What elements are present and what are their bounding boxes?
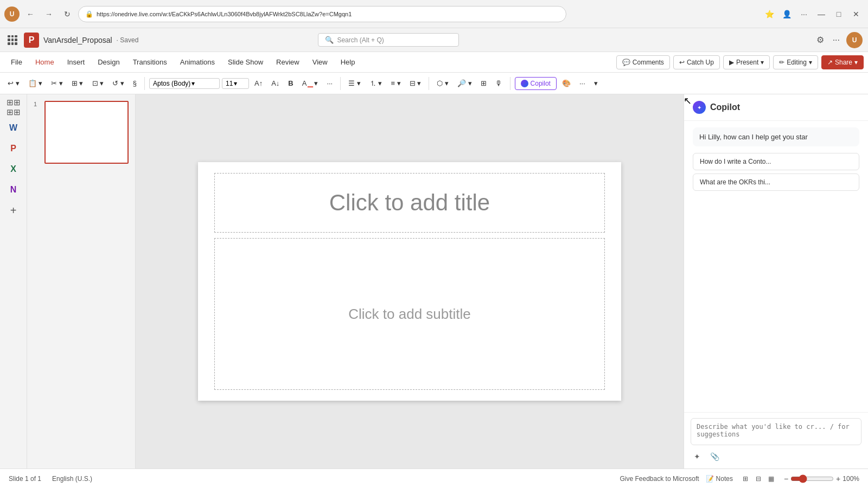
menu-insert[interactable]: Insert <box>61 54 92 70</box>
maximize-button[interactable]: □ <box>831 7 846 22</box>
sidebar-word-icon[interactable]: W <box>5 119 22 137</box>
bullets-button[interactable]: ☰ ▾ <box>345 77 364 89</box>
bold-button[interactable]: B <box>285 77 296 89</box>
section-button[interactable]: § <box>130 77 140 89</box>
menu-view[interactable]: View <box>306 54 334 70</box>
columns-button[interactable]: ⊟ ▾ <box>406 77 425 89</box>
menu-help[interactable]: Help <box>334 54 362 70</box>
menu-animations[interactable]: Animations <box>174 54 221 70</box>
numbering-button[interactable]: ⒈ ▾ <box>366 76 386 91</box>
share-button[interactable]: ↗ Share ▾ <box>821 55 864 69</box>
present-button[interactable]: ▶ Present ▾ <box>723 55 770 69</box>
forward-button[interactable]: → <box>41 7 56 22</box>
zoom-slider[interactable] <box>790 474 834 483</box>
copilot-button[interactable]: Copilot <box>515 77 557 90</box>
lock-icon: 🔒 <box>85 10 93 18</box>
font-size-selector[interactable]: 11 ▾ <box>222 78 249 89</box>
more-options-button[interactable]: ··· <box>831 33 842 47</box>
address-bar[interactable]: 🔒 https://onedrive.live.com/w:t/EaCKkPs6… <box>78 6 566 22</box>
toolbar: ↩ ▾ 📋 ▾ ✂ ▾ ⊞ ▾ ⊡ ▾ ↺ ▾ § Aptos (Body) ▾… <box>0 73 868 94</box>
minimize-button[interactable]: — <box>814 7 829 22</box>
copilot-input-field[interactable] <box>691 418 861 445</box>
menu-design[interactable]: Design <box>91 54 126 70</box>
undo-button[interactable]: ↩ ▾ <box>4 77 23 89</box>
profile-button[interactable]: 👤 <box>779 7 794 22</box>
copilot-sparkle-button[interactable]: ✦ <box>691 450 704 463</box>
comments-button[interactable]: 💬 Comments <box>616 55 670 69</box>
more-text-button[interactable]: ··· <box>323 77 336 89</box>
size-dropdown-icon: ▾ <box>234 80 237 87</box>
increase-font-button[interactable]: A↑ <box>251 77 266 89</box>
document-title[interactable]: VanArsdel_Proposal <box>43 36 112 44</box>
sidebar-onenote-icon[interactable]: N <box>5 181 22 198</box>
slide-1-container: 1 <box>31 99 131 166</box>
browser-more-button[interactable]: ··· <box>796 7 812 22</box>
sidebar-add-button[interactable]: + <box>5 202 22 219</box>
slide-sorter-button[interactable]: ⊟ <box>752 473 764 485</box>
ribbon-right-actions: 💬 Comments ↩ Catch Up ▶ Present ▾ ✏ Edit… <box>616 55 864 69</box>
catchup-button[interactable]: ↩ Catch Up <box>673 55 720 69</box>
slide-title-box[interactable]: Click to add title <box>214 173 605 233</box>
notes-icon: 📝 <box>706 475 714 483</box>
sidebar-excel-icon[interactable]: X <box>5 160 22 178</box>
sidebar-ppt-icon[interactable]: P <box>5 140 22 157</box>
saved-status: · Saved <box>117 36 139 44</box>
font-color-button[interactable]: A▁ ▾ <box>299 77 322 89</box>
designer-button[interactable]: 🎨 <box>559 77 574 89</box>
align-button[interactable]: ≡ ▾ <box>387 77 404 89</box>
cut-button[interactable]: ✂ ▾ <box>48 77 66 89</box>
separator-4 <box>510 77 510 90</box>
notes-button[interactable]: 📝 Notes <box>706 475 733 483</box>
reload-button[interactable]: ↻ <box>60 7 75 22</box>
zoom-in-button[interactable]: + <box>836 474 840 483</box>
extensions-icon[interactable]: ⭐ <box>762 7 777 22</box>
copilot-attach-button[interactable]: 📎 <box>707 450 723 463</box>
settings-button[interactable]: ⚙ <box>814 33 826 47</box>
slide-1-number: 1 <box>34 101 41 107</box>
table-button[interactable]: ⊞ <box>477 77 490 89</box>
toolbar-more-button[interactable]: ··· <box>576 77 589 89</box>
slide-subtitle-placeholder: Click to add subtitle <box>348 306 470 323</box>
feedback-link[interactable]: Give Feedback to Microsoft <box>620 475 699 483</box>
search-icon: 🔍 <box>325 36 334 44</box>
menu-review[interactable]: Review <box>270 54 306 70</box>
menu-file[interactable]: File <box>4 54 29 70</box>
share-icon: ↗ <box>827 59 833 66</box>
copilot-body: Hi Lilly, how can I help get you star Ho… <box>684 121 868 412</box>
browser-profile-icon[interactable]: U <box>4 7 20 22</box>
zoom-out-button[interactable]: − <box>784 474 788 483</box>
copilot-icon <box>521 80 528 87</box>
copilot-suggestion-1[interactable]: How do I write a Conto... <box>693 153 859 170</box>
close-button[interactable]: ✕ <box>848 7 864 22</box>
font-dropdown-icon: ▾ <box>192 80 195 87</box>
reset-button[interactable]: ↺ ▾ <box>109 77 127 89</box>
zoom-percentage: 100% <box>843 475 859 483</box>
slide-1-thumbnail[interactable] <box>44 101 129 164</box>
search-bar[interactable]: 🔍 Search (Alt + Q) <box>318 33 459 47</box>
slide-canvas[interactable]: Click to add title Click to add subtitle <box>198 162 621 401</box>
reading-view-button[interactable]: ▦ <box>765 473 777 485</box>
apps-grid-icon[interactable] <box>5 33 20 47</box>
new-slide-button[interactable]: ⊞ ▾ <box>68 77 87 89</box>
paste-button[interactable]: 📋 ▾ <box>25 77 46 89</box>
font-selector[interactable]: Aptos (Body) ▾ <box>149 78 220 89</box>
copilot-suggestion-2[interactable]: What are the OKRs thi... <box>693 174 859 191</box>
user-avatar[interactable]: U <box>846 32 863 48</box>
back-button[interactable]: ← <box>23 7 38 22</box>
layout-button[interactable]: ⊡ ▾ <box>89 77 107 89</box>
editing-button[interactable]: ✏ Editing ▾ <box>773 55 818 69</box>
decrease-font-button[interactable]: A↓ <box>268 77 283 89</box>
menu-slideshow[interactable]: Slide Show <box>221 54 270 70</box>
menu-home[interactable]: Home <box>29 54 61 70</box>
slide-subtitle-box[interactable]: Click to add subtitle <box>214 238 605 390</box>
collapse-ribbon-button[interactable]: ▾ <box>591 77 601 89</box>
normal-view-button[interactable]: ⊞ <box>739 473 751 485</box>
sidebar-apps-grid[interactable]: ⊞⊞⊞⊞ <box>5 99 22 116</box>
titlebar-right: ⚙ ··· U <box>814 32 863 48</box>
menu-transitions[interactable]: Transitions <box>126 54 174 70</box>
microphone-button[interactable]: 🎙 <box>492 77 506 89</box>
slide-title-placeholder: Click to add title <box>329 190 490 216</box>
slide-editor[interactable]: Click to add title Click to add subtitle <box>136 94 684 468</box>
arrange-button[interactable]: 🔎 ▾ <box>454 77 475 89</box>
shapes-button[interactable]: ⬡ ▾ <box>433 77 452 89</box>
